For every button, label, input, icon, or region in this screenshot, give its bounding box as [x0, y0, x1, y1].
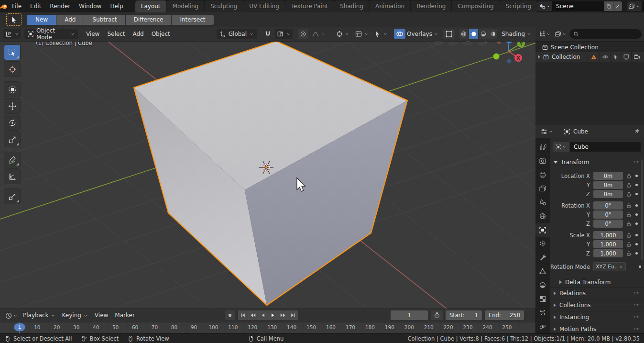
workspace-tab[interactable]: Shading: [334, 0, 369, 12]
xray-toggle-button[interactable]: [443, 29, 455, 39]
panel-delta-transform[interactable]: Delta Transform: [550, 277, 644, 287]
rotation-mode-dropdown[interactable]: XYZ Eu..: [593, 262, 626, 271]
shading-solid-button[interactable]: [469, 29, 479, 39]
properties-tab[interactable]: [535, 223, 550, 237]
properties-tab[interactable]: [535, 237, 550, 251]
search-input[interactable]: [581, 31, 638, 38]
overlays-label[interactable]: Overlays: [407, 31, 432, 37]
falloff-selector[interactable]: [310, 29, 327, 39]
panel-grip-icon[interactable]: [633, 159, 640, 166]
keyframe-dot[interactable]: [635, 184, 638, 186]
viewport-menu[interactable]: Select: [103, 27, 129, 41]
tool-button[interactable]: [4, 152, 20, 167]
panel-grip-icon[interactable]: [633, 302, 640, 309]
select-mode-button[interactable]: Subtract: [84, 15, 125, 25]
shading-rendered-button[interactable]: [488, 29, 497, 39]
record-button[interactable]: [225, 310, 235, 320]
scene-browse-button[interactable]: [537, 1, 552, 11]
lock-open-icon[interactable]: [626, 173, 632, 179]
workspace-tab[interactable]: Texture Paint: [285, 0, 334, 12]
scene-new-button[interactable]: [604, 1, 613, 11]
lock-open-icon[interactable]: [626, 251, 632, 256]
scene-name-field[interactable]: Scene: [552, 1, 604, 11]
tool-button[interactable]: [4, 82, 20, 97]
workspace-tab[interactable]: Layout: [135, 0, 166, 12]
workspace-tab[interactable]: Compositing: [452, 0, 499, 12]
properties-tab[interactable]: [535, 292, 550, 306]
selectable-toggle[interactable]: [610, 52, 621, 62]
workspace-tab[interactable]: UV Editing: [243, 0, 285, 12]
keyframe-dot[interactable]: [635, 193, 638, 195]
transport-button[interactable]: [238, 310, 248, 320]
outliner-row-collection[interactable]: Collection: [535, 52, 644, 62]
workspace-tab[interactable]: Sculpting: [205, 0, 243, 12]
panel-collections[interactable]: Collections: [550, 299, 644, 311]
tool-button[interactable]: [4, 115, 20, 130]
menubar-menu[interactable]: Window: [75, 0, 106, 12]
workspace-tab[interactable]: Modeling: [167, 0, 205, 12]
menubar-menu[interactable]: Help: [106, 0, 127, 12]
editor-type-button[interactable]: [3, 29, 21, 39]
scene-unlink-button[interactable]: [613, 1, 622, 11]
selectability-filter-selector[interactable]: [372, 29, 390, 39]
transform-panel-header[interactable]: Transform: [550, 158, 644, 166]
menubar-menu[interactable]: Render: [45, 0, 75, 12]
transport-button[interactable]: [288, 310, 298, 320]
chevron-down-icon[interactable]: [526, 32, 531, 36]
disclosure-triangle-icon[interactable]: [538, 55, 540, 59]
tool-button[interactable]: [4, 99, 20, 113]
lock-open-icon[interactable]: [626, 182, 632, 188]
lock-open-icon[interactable]: [626, 242, 632, 247]
transform-value-field[interactable]: 0°: [593, 210, 623, 219]
panel-grip-icon[interactable]: [633, 326, 640, 332]
panel-grip-icon[interactable]: [633, 290, 640, 297]
lock-open-icon[interactable]: [626, 212, 632, 218]
playhead-frame-badge[interactable]: 1: [14, 323, 25, 331]
tool-button[interactable]: [4, 169, 20, 184]
object-type-visibility-selector[interactable]: [353, 29, 371, 39]
overlays-toggle-button[interactable]: [394, 29, 405, 39]
properties-tab[interactable]: [535, 140, 550, 154]
keyframe-dot[interactable]: [635, 243, 638, 245]
properties-tab[interactable]: [535, 320, 550, 333]
properties-tab[interactable]: [535, 195, 550, 209]
mode-selector[interactable]: Object Mode: [24, 29, 78, 39]
properties-editor-type-button[interactable]: [539, 128, 554, 135]
panel-instancing[interactable]: Instancing: [550, 311, 644, 323]
active-tool-indicator[interactable]: [6, 13, 22, 26]
object-id-button[interactable]: [553, 142, 569, 152]
transport-button[interactable]: [268, 310, 278, 320]
properties-tab[interactable]: [535, 182, 550, 196]
panel-grip-icon[interactable]: [633, 314, 640, 321]
viewport-menu[interactable]: Object: [148, 27, 174, 41]
tool-button[interactable]: [4, 132, 20, 147]
axis-minus-z-ball[interactable]: [507, 59, 512, 64]
keyframe-dot[interactable]: [635, 204, 638, 207]
transform-value-field[interactable]: 0°: [593, 220, 623, 228]
properties-tab[interactable]: [535, 278, 550, 292]
shading-material-button[interactable]: [479, 29, 488, 39]
3d-viewport-canvas[interactable]: [0, 41, 535, 309]
properties-tab[interactable]: [535, 209, 550, 223]
lock-open-icon[interactable]: [626, 203, 632, 209]
hide-in-viewport-toggle[interactable]: [600, 52, 610, 62]
axis-minus-y-ball[interactable]: [493, 54, 500, 60]
pivot-point-selector[interactable]: [334, 29, 351, 39]
transport-button[interactable]: [258, 310, 268, 320]
start-frame-field[interactable]: Start: 1: [446, 310, 482, 320]
transform-value-field[interactable]: 0m: [593, 172, 623, 180]
workspace-tab[interactable]: Scripting: [500, 0, 537, 12]
panel-relations[interactable]: Relations: [550, 287, 644, 299]
outliner-filter-button[interactable]: [554, 31, 568, 37]
shading-popover-label[interactable]: Shading: [502, 31, 525, 37]
tool-button[interactable]: [4, 62, 20, 77]
keyframe-dot[interactable]: [635, 234, 638, 236]
transform-value-field[interactable]: 0°: [593, 201, 623, 210]
tool-button[interactable]: [4, 45, 20, 60]
scrollbar[interactable]: [641, 159, 643, 260]
workspace-tab[interactable]: Rendering: [411, 0, 451, 12]
properties-tab[interactable]: [535, 306, 550, 320]
select-mode-button[interactable]: Difference: [126, 15, 172, 25]
shading-wireframe-button[interactable]: [459, 29, 469, 39]
timeline-ruler[interactable]: 1020304050607080901001101201301401501601…: [0, 322, 535, 334]
